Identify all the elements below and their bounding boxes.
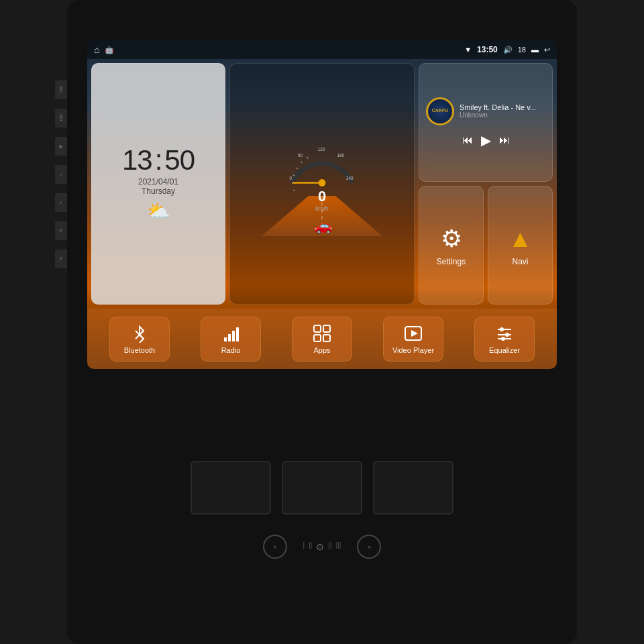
dial-1[interactable]: ◦ <box>263 535 287 559</box>
back-side-button[interactable]: ↩ <box>55 193 67 212</box>
weather-icon: ⛅ <box>147 200 170 222</box>
radio-button[interactable]: Radio <box>201 317 261 362</box>
status-left: ⌂ 🤖 <box>94 44 114 55</box>
settings-icon: ⚙ <box>441 225 462 253</box>
speed-widget: 0 60 120 180 240 0 km/h <box>229 63 415 305</box>
dot-3: || <box>328 541 331 552</box>
settings-label: Settings <box>437 257 466 266</box>
vent-area <box>191 461 453 515</box>
video-label: Video Player <box>392 346 434 354</box>
volume-level: 18 <box>518 46 526 54</box>
bluetooth-button[interactable]: Bluetooth <box>109 317 170 362</box>
svg-rect-24 <box>236 327 239 341</box>
svg-rect-23 <box>232 331 235 341</box>
music-info: Smiley ft. Delia - Ne v... Unknown <box>460 103 545 119</box>
dot-2: || <box>309 541 312 552</box>
svg-text:180: 180 <box>337 153 345 158</box>
back-nav-icon[interactable]: ↩ <box>544 46 550 54</box>
music-logo: CARFU <box>426 97 454 125</box>
vent-slot-2 <box>282 461 362 515</box>
next-button[interactable]: ⏭ <box>499 134 510 146</box>
radio-icon <box>221 324 240 343</box>
svg-line-3 <box>293 190 295 191</box>
device: MIC RST ⏻ ⌂ ↩ 4+ 4+ ⌂ 🤖 ▼ <box>67 0 577 644</box>
app-bar: Bluetooth Radio Apps <box>87 309 557 369</box>
navi-widget[interactable]: ▲ Navi <box>488 186 553 305</box>
music-controls: ⏮ ▶ ⏭ <box>426 132 545 148</box>
clock-day: Thursday <box>142 186 175 196</box>
svg-text:0: 0 <box>289 176 292 180</box>
speed-value: 0 <box>318 188 326 205</box>
apps-label: Apps <box>313 346 330 354</box>
settings-navi-container: ⚙ Settings ▲ Navi <box>419 186 553 305</box>
dot-1: | <box>303 541 305 552</box>
status-bar: ⌂ 🤖 ▼ 13:50 🔊 18 ▬ ↩ <box>87 40 557 59</box>
video-button[interactable]: Video Player <box>383 317 443 362</box>
play-button[interactable]: ▶ <box>481 132 491 148</box>
music-top: CARFU Smiley ft. Delia - Ne v... Unknown <box>426 97 545 125</box>
vent-slot-3 <box>373 461 453 515</box>
dial-2[interactable]: ◦ <box>357 535 381 559</box>
speedometer-svg: 0 60 120 180 240 <box>278 131 366 192</box>
vol-up-label: 4+ <box>59 229 63 233</box>
home-nav-icon[interactable]: ⌂ <box>94 44 99 55</box>
equalizer-label: Equalizer <box>489 346 520 354</box>
screen-grid: 13 : 50 2021/04/01 Thursday ⛅ <box>87 59 557 309</box>
main-screen: ⌂ 🤖 ▼ 13:50 🔊 18 ▬ ↩ 13 : 50 2021 <box>87 40 557 369</box>
status-time: 13:50 <box>477 45 498 54</box>
equalizer-icon <box>495 324 514 343</box>
dial-area: ◦ | || ⊙ || ||| ◦ <box>263 535 382 559</box>
navi-icon: ▲ <box>508 225 533 253</box>
apps-button[interactable]: Apps <box>292 317 352 362</box>
battery-icon: ▬ <box>531 46 539 54</box>
music-title: Smiley ft. Delia - Ne v... <box>460 103 545 111</box>
svg-line-6 <box>296 168 298 169</box>
svg-text:🚗: 🚗 <box>314 217 333 235</box>
status-right: ▼ 13:50 🔊 18 ▬ ↩ <box>464 45 550 54</box>
svg-text:240: 240 <box>346 176 354 180</box>
vol-down-button[interactable]: 4+ <box>55 250 67 268</box>
svg-point-15 <box>319 179 326 186</box>
svg-marker-30 <box>411 330 418 337</box>
mic-button: MIC <box>55 80 67 99</box>
clock-widget: 13 : 50 2021/04/01 Thursday ⛅ <box>91 63 225 305</box>
svg-point-34 <box>505 333 509 337</box>
bluetooth-label: Bluetooth <box>124 346 155 354</box>
dot-4: ||| <box>336 541 341 552</box>
bottom-panel: ◦ | || ⊙ || ||| ◦ <box>87 369 557 631</box>
prev-button[interactable]: ⏮ <box>462 134 473 146</box>
rst-button[interactable]: RST <box>55 109 67 127</box>
wifi-icon: ▼ <box>464 46 472 54</box>
android-icon[interactable]: 🤖 <box>105 46 114 54</box>
equalizer-button[interactable]: Equalizer <box>474 317 535 362</box>
svg-point-32 <box>500 327 504 331</box>
bluetooth-icon <box>130 324 149 343</box>
navi-label: Navi <box>512 257 528 266</box>
mic-label: MIC <box>59 87 63 93</box>
power-button[interactable]: ⏻ <box>55 137 67 156</box>
svg-rect-27 <box>314 335 321 341</box>
svg-rect-26 <box>323 325 330 332</box>
home-side-button[interactable]: ⌂ <box>55 165 67 184</box>
svg-line-8 <box>307 157 309 159</box>
apps-icon <box>313 324 331 343</box>
svg-rect-21 <box>224 337 227 341</box>
speed-unit: km/h <box>278 205 366 212</box>
back-side-icon: ↩ <box>59 201 63 204</box>
clock-minute: 50 <box>164 146 195 174</box>
home-side-icon: ⌂ <box>59 172 63 176</box>
music-artist: Unknown <box>460 111 545 119</box>
speedometer: 0 60 120 180 240 0 km/h <box>278 131 366 192</box>
vol-up-button[interactable]: 4+ <box>55 221 67 240</box>
svg-line-7 <box>301 162 303 164</box>
clock-hour: 13 <box>122 146 152 174</box>
svg-point-36 <box>501 337 505 341</box>
music-widget: CARFU Smiley ft. Delia - Ne v... Unknown… <box>419 63 553 182</box>
vol-down-label: 4+ <box>59 257 63 261</box>
svg-rect-28 <box>323 335 330 341</box>
power-icon: ⏻ <box>59 145 63 148</box>
center-dial-icon: ⊙ <box>316 541 324 552</box>
video-icon <box>404 324 423 343</box>
settings-widget[interactable]: ⚙ Settings <box>419 186 484 305</box>
svg-rect-22 <box>228 334 231 341</box>
